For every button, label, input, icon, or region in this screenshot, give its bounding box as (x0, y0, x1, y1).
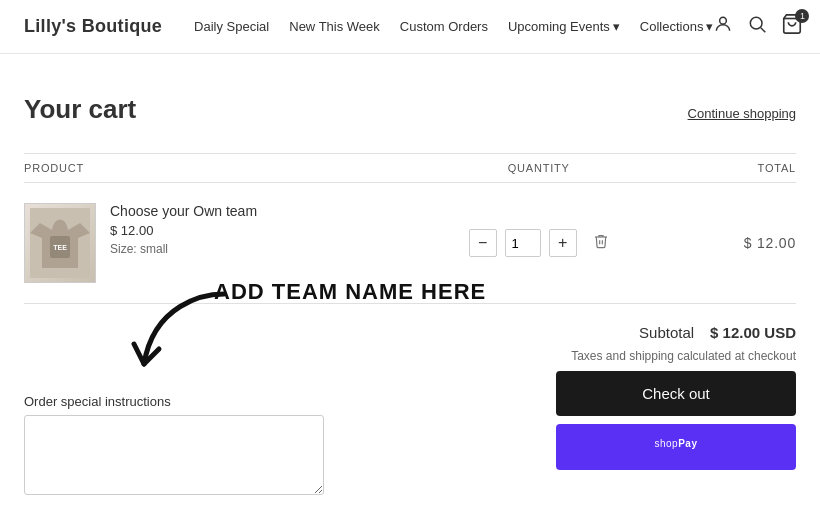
order-note-section: Order special instructions (24, 324, 410, 495)
subtotal-row: Subtotal $ 12.00 USD (410, 324, 796, 341)
svg-text:TEE: TEE (53, 244, 67, 251)
quantity-decrease-button[interactable]: − (469, 229, 497, 257)
nav-link-daily-special[interactable]: Daily Special (194, 19, 269, 34)
product-column-header: PRODUCT (24, 162, 410, 174)
nav-links: Daily Special New This Week Custom Order… (194, 19, 713, 34)
main-content: Your cart Continue shopping PRODUCT QUAN… (0, 54, 820, 511)
subtotal-label: Subtotal (639, 324, 694, 341)
subtotal-value: $ 12.00 USD (710, 324, 796, 341)
product-col: TEE Choose your Own team $ 12.00 Size: s… (24, 203, 410, 283)
order-note-label: Order special instructions (24, 394, 410, 409)
tax-note: Taxes and shipping calculated at checkou… (571, 349, 796, 363)
cart-title: Your cart (24, 94, 136, 125)
checkout-section: Subtotal $ 12.00 USD Taxes and shipping … (410, 324, 796, 470)
shoppay-logo: shopPay (655, 438, 698, 456)
delete-item-button[interactable] (593, 233, 609, 253)
quantity-column-header: QUANTITY (410, 162, 667, 174)
nav-link-collections[interactable]: Collections ▾ (640, 19, 714, 34)
nav-link-custom-orders[interactable]: Custom Orders (400, 19, 488, 34)
svg-line-2 (761, 28, 766, 33)
account-icon-button[interactable] (713, 14, 733, 39)
svg-point-1 (751, 17, 763, 29)
line-total: $ 12.00 (667, 235, 796, 251)
product-info: Choose your Own team $ 12.00 Size: small (110, 203, 257, 256)
nav-icon-group: 1 (713, 13, 803, 40)
search-icon-button[interactable] (747, 14, 767, 39)
product-image: TEE (24, 203, 96, 283)
checkout-button[interactable]: Check out (556, 371, 796, 416)
product-size: Size: small (110, 242, 257, 256)
order-note-textarea[interactable] (24, 415, 324, 495)
quantity-increase-button[interactable]: + (549, 229, 577, 257)
cart-icon-button[interactable]: 1 (781, 13, 803, 40)
table-header: PRODUCT QUANTITY TOTAL (24, 153, 796, 183)
nav-link-upcoming-events[interactable]: Upcoming Events ▾ (508, 19, 620, 34)
chevron-down-icon: ▾ (706, 19, 713, 34)
total-column-header: TOTAL (667, 162, 796, 174)
cart-header: Your cart Continue shopping (24, 94, 796, 125)
product-image-placeholder: TEE (25, 204, 95, 282)
shoppay-suffix: Pay (678, 438, 697, 449)
shoppay-button[interactable]: shopPay (556, 424, 796, 470)
cart-row: TEE Choose your Own team $ 12.00 Size: s… (24, 183, 796, 304)
product-price: $ 12.00 (110, 223, 257, 238)
nav-link-new-this-week[interactable]: New This Week (289, 19, 380, 34)
bottom-section: Order special instructions Subtotal $ 12… (24, 324, 796, 495)
svg-point-0 (720, 17, 727, 24)
product-name: Choose your Own team (110, 203, 257, 219)
site-logo[interactable]: Lilly's Boutique (24, 16, 162, 37)
quantity-input[interactable] (505, 229, 541, 257)
cart-badge: 1 (795, 9, 809, 23)
navbar: Lilly's Boutique Daily Special New This … (0, 0, 820, 54)
quantity-col: − + (410, 229, 667, 257)
chevron-down-icon: ▾ (613, 19, 620, 34)
continue-shopping-link[interactable]: Continue shopping (688, 106, 796, 121)
